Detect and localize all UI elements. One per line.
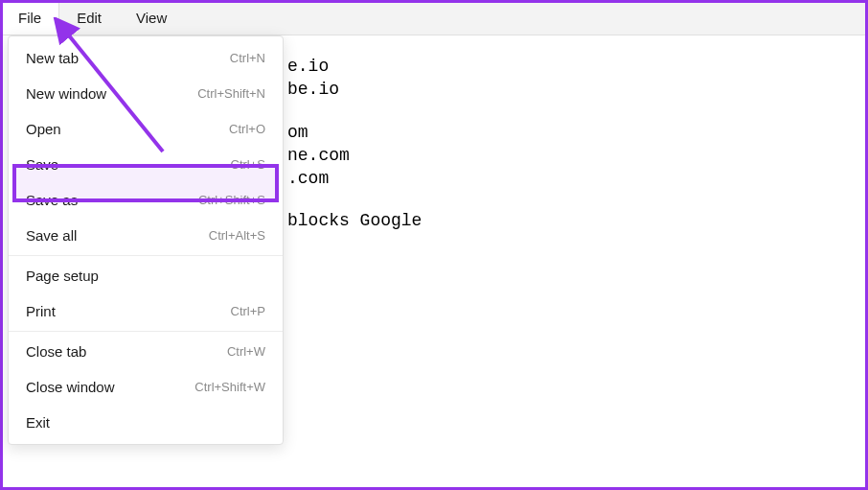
menu-item-exit[interactable]: Exit — [9, 405, 283, 440]
menu-item-print[interactable]: Print Ctrl+P — [9, 293, 283, 329]
menu-item-save-as[interactable]: Save as Ctrl+Shift+S — [9, 182, 283, 218]
text-line: .com — [287, 167, 868, 190]
menu-separator — [9, 331, 283, 332]
menu-item-label: New tab — [26, 50, 79, 66]
menu-item-label: New window — [26, 85, 106, 102]
menu-item-shortcut: Ctrl+N — [230, 51, 265, 65]
menu-item-shortcut: Ctrl+Shift+N — [197, 86, 265, 101]
menu-item-label: Close window — [26, 379, 115, 395]
menu-item-shortcut: Ctrl+Shift+W — [194, 380, 265, 394]
menu-item-open[interactable]: Open Ctrl+O — [9, 111, 283, 147]
menu-item-save[interactable]: Save Ctrl+S — [9, 147, 283, 182]
menu-item-label: Save — [26, 156, 58, 173]
text-line: e.io — [287, 55, 868, 78]
file-dropdown-menu: New tab Ctrl+N New window Ctrl+Shift+N O… — [8, 35, 284, 445]
menu-item-label: Close tab — [26, 343, 86, 360]
menu-item-new-window[interactable]: New window Ctrl+Shift+N — [9, 76, 283, 111]
menu-separator — [9, 255, 283, 256]
text-line: ne.com — [287, 144, 868, 167]
menu-item-new-tab[interactable]: New tab Ctrl+N — [9, 40, 283, 76]
text-block-1: e.io be.io — [287, 55, 868, 102]
text-block-3: blocks Google — [287, 209, 868, 232]
text-line: blocks Google — [287, 209, 868, 232]
menu-item-close-window[interactable]: Close window Ctrl+Shift+W — [9, 369, 283, 405]
menu-item-save-all[interactable]: Save all Ctrl+Alt+S — [9, 218, 283, 253]
menu-item-close-tab[interactable]: Close tab Ctrl+W — [9, 334, 283, 369]
menu-item-shortcut: Ctrl+Shift+S — [198, 193, 265, 207]
menu-item-shortcut: Ctrl+S — [231, 157, 265, 172]
menu-item-page-setup[interactable]: Page setup — [9, 258, 283, 293]
menu-item-label: Save as — [26, 192, 78, 208]
menu-item-label: Exit — [26, 414, 50, 431]
menu-item-shortcut: Ctrl+W — [227, 344, 265, 359]
menu-item-label: Open — [26, 121, 61, 137]
menu-item-shortcut: Ctrl+Alt+S — [209, 228, 265, 243]
text-block-2: om ne.com .com — [287, 121, 868, 191]
menu-item-shortcut: Ctrl+P — [231, 304, 265, 318]
menu-item-label: Page setup — [26, 268, 99, 284]
menu-item-shortcut: Ctrl+O — [229, 122, 265, 136]
text-line: om — [287, 121, 868, 144]
menu-item-label: Print — [26, 303, 56, 319]
text-line: be.io — [287, 78, 868, 101]
menu-item-label: Save all — [26, 227, 77, 244]
